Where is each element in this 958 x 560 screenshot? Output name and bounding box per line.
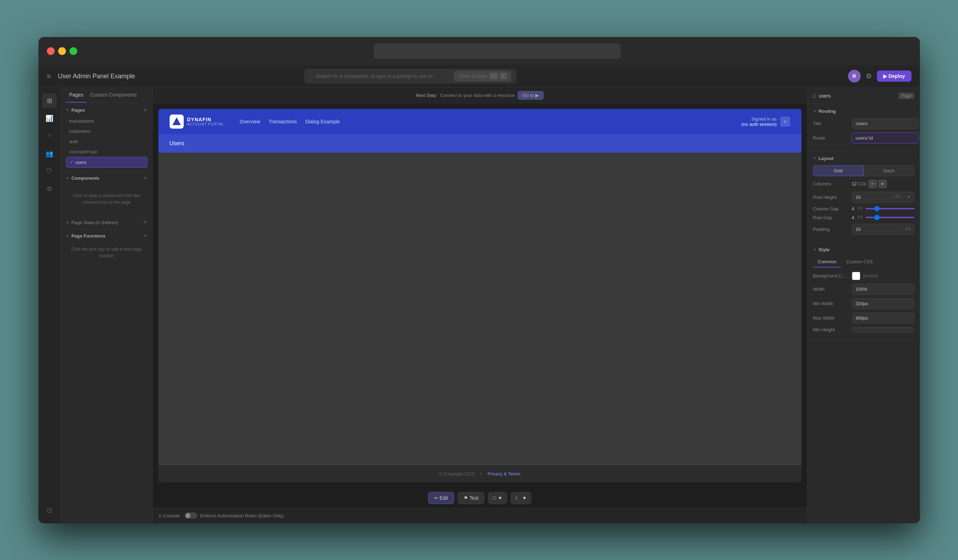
settings-button[interactable]: ⚙ bbox=[866, 72, 872, 80]
sidebar-users-icon[interactable]: 👥 bbox=[42, 146, 57, 161]
width-input[interactable]: 100% bbox=[852, 284, 914, 294]
style-chevron-icon: ▼ bbox=[813, 248, 817, 252]
nav-checkbox[interactable]: ✓ bbox=[780, 117, 790, 127]
grid-button[interactable]: Grid bbox=[813, 165, 864, 176]
padding-unit: PX bbox=[902, 226, 914, 231]
page-state-section: ▼ Page State (0 children) + bbox=[61, 216, 152, 229]
close-button[interactable] bbox=[47, 47, 55, 55]
row-height-input[interactable]: 16 PX ▼ bbox=[852, 192, 914, 202]
page-item-auth[interactable]: auth bbox=[66, 136, 148, 147]
preview-frame: DYNAFIN ACCOUNT PORTAL Overview Transact… bbox=[158, 109, 801, 482]
header-right: R ⚙ ▶ Deploy bbox=[848, 70, 912, 82]
logo-text-block: DYNAFIN ACCOUNT PORTAL bbox=[187, 117, 224, 126]
pages-tabs: Pages Custom Components bbox=[61, 88, 152, 103]
add-page-state-button[interactable]: + bbox=[143, 219, 148, 226]
open-drawer-button[interactable]: Open Drawer ⌘ K bbox=[454, 71, 511, 81]
hamburger-icon[interactable]: ≡ bbox=[47, 72, 51, 80]
tab-custom-components[interactable]: Custom Components bbox=[87, 88, 140, 103]
sidebar-pages-icon[interactable]: ⊞ bbox=[42, 93, 57, 108]
tab-common[interactable]: Common bbox=[813, 256, 842, 267]
tab-pages[interactable]: Pages bbox=[66, 88, 87, 103]
sidebar-bottom-icon[interactable]: ⊡ bbox=[42, 503, 57, 518]
row-gap-label: Row Gap bbox=[813, 215, 849, 220]
color-swatch[interactable] bbox=[852, 272, 860, 280]
min-height-value bbox=[852, 327, 914, 332]
device-dropdown[interactable]: □ ▼ bbox=[488, 492, 507, 504]
preview-nav-dialog[interactable]: Dialog Example bbox=[305, 119, 340, 124]
route-input[interactable] bbox=[852, 133, 919, 144]
max-width-input[interactable]: 968px bbox=[852, 313, 914, 324]
search-bar[interactable]: ⌕ Search for a component, or type in a p… bbox=[305, 69, 516, 83]
title-row: Title bbox=[813, 118, 914, 129]
page-functions-section: ▼ Page Functions + Click the plus sign t… bbox=[61, 229, 152, 266]
layout-section-header[interactable]: ▼ Layout bbox=[813, 156, 914, 161]
page-functions-title[interactable]: ▼ Page Functions bbox=[66, 233, 106, 239]
console-toggle[interactable]: ∧ Console bbox=[158, 513, 180, 519]
pages-section: ▼ Pages + transactions customers auth ex… bbox=[61, 103, 152, 171]
bg-empty-label: (empty) bbox=[863, 273, 879, 278]
pages-section-title[interactable]: ▼ Pages bbox=[66, 108, 85, 113]
sidebar-settings-icon[interactable]: ⚙ bbox=[42, 182, 57, 196]
columns-decrement-button[interactable]: − bbox=[868, 180, 877, 188]
padding-input[interactable]: 16 PX bbox=[852, 224, 914, 235]
auth-rules-toggle[interactable]: Enforce Authorization Rules (Editor Only… bbox=[185, 513, 284, 519]
minimize-button[interactable] bbox=[58, 47, 66, 55]
canvas-toolbar: ✏ Edit ⚑ Test □ ▼ ☾ ▼ bbox=[153, 488, 807, 508]
components-section-title[interactable]: ▼ Components bbox=[66, 176, 100, 181]
routing-section-header[interactable]: ▼ Routing bbox=[813, 109, 914, 114]
preview-nav-transactions[interactable]: Transactions bbox=[269, 119, 297, 124]
layout-section: ▼ Layout Grid Stack Columns 12 COL bbox=[807, 152, 920, 243]
columns-value: 12 bbox=[852, 181, 857, 187]
row-height-dropdown-icon[interactable]: ▼ bbox=[904, 195, 914, 199]
add-page-function-button[interactable]: + bbox=[143, 232, 148, 240]
columns-increment-button[interactable]: + bbox=[878, 180, 887, 188]
add-page-button[interactable]: + bbox=[143, 106, 148, 114]
layout-section-title: Layout bbox=[818, 156, 834, 161]
page-item-users[interactable]: ✓ users bbox=[66, 157, 148, 168]
title-input[interactable] bbox=[852, 118, 919, 129]
preview-nav-overview[interactable]: Overview bbox=[240, 119, 260, 124]
page-item-example-page[interactable]: examplePage bbox=[66, 147, 148, 157]
row-gap-slider[interactable] bbox=[866, 217, 914, 218]
style-section-header[interactable]: ▼ Style bbox=[813, 247, 914, 252]
next-step-text: Connect to your data with a resource bbox=[440, 93, 515, 98]
add-component-button[interactable]: + bbox=[143, 174, 148, 182]
min-width-input[interactable]: 320px bbox=[852, 298, 914, 309]
logo-name: DYNAFIN bbox=[187, 117, 224, 122]
search-input[interactable]: Search for a component, or type in a pro… bbox=[316, 73, 451, 79]
theme-chevron-icon: ▼ bbox=[522, 495, 527, 501]
sidebar-analytics-icon[interactable]: 📊 bbox=[42, 111, 57, 126]
tab-custom-css[interactable]: Custom CSS bbox=[841, 256, 878, 267]
page-item-label: users bbox=[75, 160, 87, 165]
theme-dropdown[interactable]: ☾ ▼ bbox=[511, 492, 531, 504]
toggle-track[interactable] bbox=[185, 513, 197, 519]
min-width-row: Min Width 320px bbox=[813, 298, 914, 309]
test-button[interactable]: ⚑ Test bbox=[458, 492, 484, 504]
row-height-row: Row Height 16 PX ▼ bbox=[813, 192, 914, 202]
bg-color-label: Background C... bbox=[813, 273, 849, 278]
preview-content[interactable] bbox=[158, 153, 801, 465]
avatar-button[interactable]: R bbox=[848, 70, 861, 82]
go-to-button[interactable]: Go to ▶ bbox=[518, 91, 544, 100]
preview-users-bar: Users bbox=[158, 134, 801, 153]
deploy-button[interactable]: ▶ Deploy bbox=[877, 71, 912, 82]
maximize-button[interactable] bbox=[70, 47, 77, 55]
preview-nav: DYNAFIN ACCOUNT PORTAL Overview Transact… bbox=[158, 109, 801, 134]
page-item-customers[interactable]: customers bbox=[66, 126, 148, 136]
min-height-input[interactable] bbox=[852, 327, 914, 333]
privacy-terms-link[interactable]: Privacy & Terms bbox=[488, 471, 521, 476]
page-item-transactions[interactable]: transactions bbox=[66, 116, 148, 126]
bg-color-control[interactable]: (empty) bbox=[852, 272, 914, 280]
edit-button[interactable]: ✏ Edit bbox=[428, 492, 454, 504]
right-panel-header: □ users Page bbox=[807, 88, 920, 104]
padding-value: 16 bbox=[852, 224, 902, 234]
stack-button[interactable]: Stack bbox=[863, 165, 914, 176]
preview-nav-right: Signed in as (no auth session) ✓ bbox=[742, 116, 790, 127]
column-gap-slider[interactable] bbox=[866, 208, 914, 209]
layout-toggle: Grid Stack bbox=[813, 165, 914, 176]
components-chevron-icon: ▼ bbox=[66, 176, 70, 180]
page-state-title[interactable]: ▼ Page State (0 children) bbox=[66, 220, 119, 225]
sidebar-shield-icon[interactable]: 🛡 bbox=[42, 164, 57, 179]
row-height-label: Row Height bbox=[813, 195, 849, 200]
sidebar-branch-icon[interactable]: ⑂ bbox=[42, 129, 57, 144]
